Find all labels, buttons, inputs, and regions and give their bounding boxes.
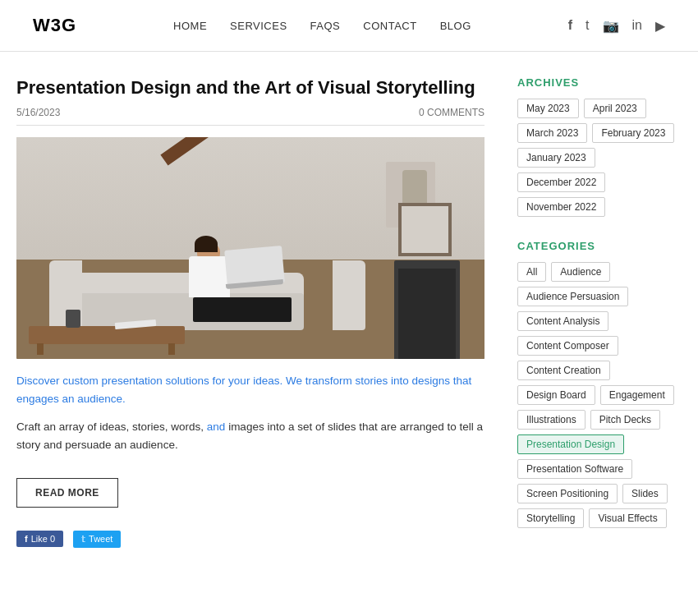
site-header: W3G HOME SERVICES FAQS CONTACT BLOG f t … bbox=[0, 0, 698, 52]
category-tag-storytelling[interactable]: Storytelling bbox=[517, 508, 584, 528]
category-tag-pitch-decks[interactable]: Pitch Decks bbox=[590, 410, 660, 430]
main-nav: HOME SERVICES FAQS CONTACT BLOG bbox=[173, 20, 471, 32]
nav-blog[interactable]: BLOG bbox=[440, 20, 471, 32]
post-title: Presentation Design and the Art of Visua… bbox=[16, 76, 484, 100]
nav-services[interactable]: SERVICES bbox=[230, 20, 287, 32]
category-tag-audience[interactable]: Audience bbox=[551, 262, 610, 282]
archive-tag[interactable]: November 2022 bbox=[517, 197, 605, 217]
facebook-icon[interactable]: f bbox=[568, 18, 572, 33]
post-meta: 5/16/2023 0 COMMENTS bbox=[16, 107, 484, 126]
instagram-icon[interactable]: 📷 bbox=[603, 18, 619, 34]
post-date: 5/16/2023 bbox=[16, 107, 60, 118]
archive-tag[interactable]: January 2023 bbox=[517, 148, 595, 168]
nav-home[interactable]: HOME bbox=[173, 20, 207, 32]
category-tag-screen-positioning[interactable]: Screen Positioning bbox=[517, 484, 618, 503]
categories-list: All Audience Audience Persuasion Content… bbox=[517, 262, 682, 528]
nav-faqs[interactable]: FAQS bbox=[310, 20, 341, 32]
categories-section: CATEGORIES All Audience Audience Persuas… bbox=[517, 240, 682, 528]
read-more-button[interactable]: READ MORE bbox=[16, 478, 118, 508]
main-container: Presentation Design and the Art of Visua… bbox=[0, 52, 698, 576]
category-tag-content-creation[interactable]: Content Creation bbox=[517, 361, 610, 380]
twitter-tweet-button[interactable]: 𝕥 Tweet bbox=[73, 531, 121, 548]
linkedin-icon[interactable]: in bbox=[632, 18, 642, 33]
category-tag-visual-effects[interactable]: Visual Effects bbox=[589, 508, 666, 528]
archive-tag[interactable]: February 2023 bbox=[592, 123, 674, 143]
category-tag-audience-persuasion[interactable]: Audience Persuasion bbox=[517, 287, 628, 306]
nav-contact[interactable]: CONTACT bbox=[363, 20, 416, 32]
archive-tag[interactable]: March 2023 bbox=[517, 123, 587, 143]
archive-tag[interactable]: May 2023 bbox=[517, 99, 579, 118]
category-tag-slides[interactable]: Slides bbox=[622, 484, 668, 503]
category-tag-design-board[interactable]: Design Board bbox=[517, 385, 595, 405]
sidebar: ARCHIVES May 2023 April 2023 March 2023 … bbox=[517, 76, 682, 551]
post-paragraph-1: Discover custom presentation solutions f… bbox=[16, 372, 484, 409]
categories-heading: CATEGORIES bbox=[517, 240, 682, 252]
site-logo: W3G bbox=[33, 15, 76, 36]
twitter-icon-small: 𝕥 bbox=[81, 534, 85, 545]
category-tag-content-analysis[interactable]: Content Analysis bbox=[517, 311, 608, 331]
youtube-icon[interactable]: ▶ bbox=[655, 18, 665, 34]
category-tag-presentation-software[interactable]: Presentation Software bbox=[517, 459, 632, 479]
archives-section: ARCHIVES May 2023 April 2023 March 2023 … bbox=[517, 76, 682, 217]
category-tag-illustrations[interactable]: Illustrations bbox=[517, 410, 585, 430]
archive-tags-list: May 2023 April 2023 March 2023 February … bbox=[517, 99, 682, 217]
facebook-icon-small: f bbox=[25, 534, 28, 544]
category-tag-content-composer[interactable]: Content Composer bbox=[517, 336, 618, 356]
category-tag-presentation-design[interactable]: Presentation Design bbox=[517, 434, 624, 454]
twitter-icon[interactable]: t bbox=[585, 18, 589, 33]
archive-tag[interactable]: April 2023 bbox=[584, 99, 646, 118]
social-icons-header: f t 📷 in ▶ bbox=[568, 18, 665, 34]
archives-heading: ARCHIVES bbox=[517, 76, 682, 89]
category-tag-all[interactable]: All bbox=[517, 262, 546, 282]
category-tag-engagement[interactable]: Engagement bbox=[600, 385, 674, 405]
blog-content: Presentation Design and the Art of Visua… bbox=[16, 76, 484, 551]
post-paragraph-2: Craft an array of ideas, stories, words,… bbox=[16, 418, 484, 455]
facebook-like-button[interactable]: f Like 0 bbox=[16, 531, 63, 547]
social-share-buttons: f Like 0 𝕥 Tweet bbox=[16, 531, 484, 548]
post-comments: 0 COMMENTS bbox=[419, 107, 484, 118]
post-featured-image bbox=[16, 137, 484, 359]
archive-tag[interactable]: December 2022 bbox=[517, 172, 605, 192]
